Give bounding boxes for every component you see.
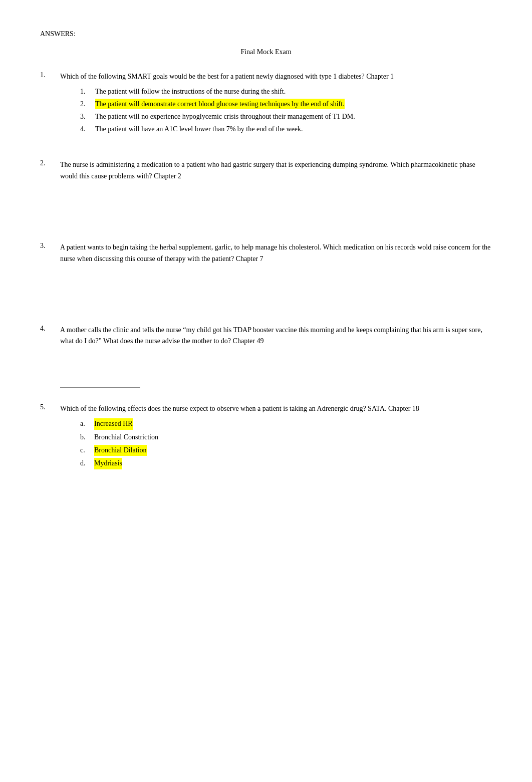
question-5: 5. Which of the following effects does t… bbox=[40, 403, 492, 469]
question-2: 2. The nurse is administering a medicati… bbox=[40, 159, 492, 182]
q5-option-c: c. Bronchial Dilation bbox=[80, 445, 492, 456]
q2-text: The nurse is administering a medication … bbox=[60, 159, 492, 182]
q4-number: 4. bbox=[40, 325, 60, 333]
q5-opt-c-label: c. bbox=[80, 445, 94, 456]
q5-opt-d-label: d. bbox=[80, 458, 94, 469]
q5-options: a. Increased HR b. Bronchial Constrictio… bbox=[80, 418, 492, 469]
q5-text: Which of the following effects does the … bbox=[60, 403, 492, 414]
q2-number: 2. bbox=[40, 159, 60, 167]
q1-sub-3: 3. The patient will no experience hypogl… bbox=[80, 111, 492, 122]
q5-opt-b-text: Bronchial Constriction bbox=[94, 432, 158, 443]
q5-opt-b-label: b. bbox=[80, 432, 94, 443]
q1-sub4-number: 4. bbox=[80, 124, 95, 134]
q1-sub2-number: 2. bbox=[80, 99, 95, 109]
q5-opt-d-text: Mydriasis bbox=[94, 458, 122, 469]
q4-text: A mother calls the clinic and tells the … bbox=[60, 325, 492, 347]
q5-opt-a-label: a. bbox=[80, 418, 94, 429]
q3-number: 3. bbox=[40, 242, 60, 250]
q1-sub-4: 4. The patient will have an A1C level lo… bbox=[80, 124, 492, 134]
q5-number: 5. bbox=[40, 403, 60, 411]
q1-sub3-text: The patient will no experience hypoglyce… bbox=[95, 111, 355, 122]
q1-sub3-number: 3. bbox=[80, 111, 95, 122]
separator-line bbox=[60, 387, 140, 388]
page-title: Final Mock Exam bbox=[40, 48, 492, 56]
q1-sub-1: 1. The patient will follow the instructi… bbox=[80, 86, 492, 97]
q1-sub-list: 1. The patient will follow the instructi… bbox=[80, 86, 492, 134]
q1-sub-2: 2. The patient will demonstrate correct … bbox=[80, 99, 492, 109]
question-3: 3. A patient wants to begin taking the h… bbox=[40, 242, 492, 265]
question-4: 4. A mother calls the clinic and tells t… bbox=[40, 325, 492, 347]
q5-opt-a-text: Increased HR bbox=[94, 418, 133, 429]
q5-option-b: b. Bronchial Constriction bbox=[80, 432, 492, 443]
q1-sub2-text: The patient will demonstrate correct blo… bbox=[95, 99, 345, 109]
q1-sub1-number: 1. bbox=[80, 86, 95, 97]
q1-sub1-text: The patient will follow the instructions… bbox=[95, 86, 286, 97]
q5-option-a: a. Increased HR bbox=[80, 418, 492, 429]
question-1: 1. Which of the following SMART goals wo… bbox=[40, 71, 492, 134]
q3-text: A patient wants to begin taking the herb… bbox=[60, 242, 492, 265]
q1-sub4-text: The patient will have an A1C level lower… bbox=[95, 124, 303, 134]
q5-option-d: d. Mydriasis bbox=[80, 458, 492, 469]
q5-opt-c-text: Bronchial Dilation bbox=[94, 445, 147, 456]
q1-number: 1. bbox=[40, 71, 60, 79]
q1-text: Which of the following SMART goals would… bbox=[60, 71, 492, 82]
answers-label: ANSWERS: bbox=[40, 30, 492, 38]
